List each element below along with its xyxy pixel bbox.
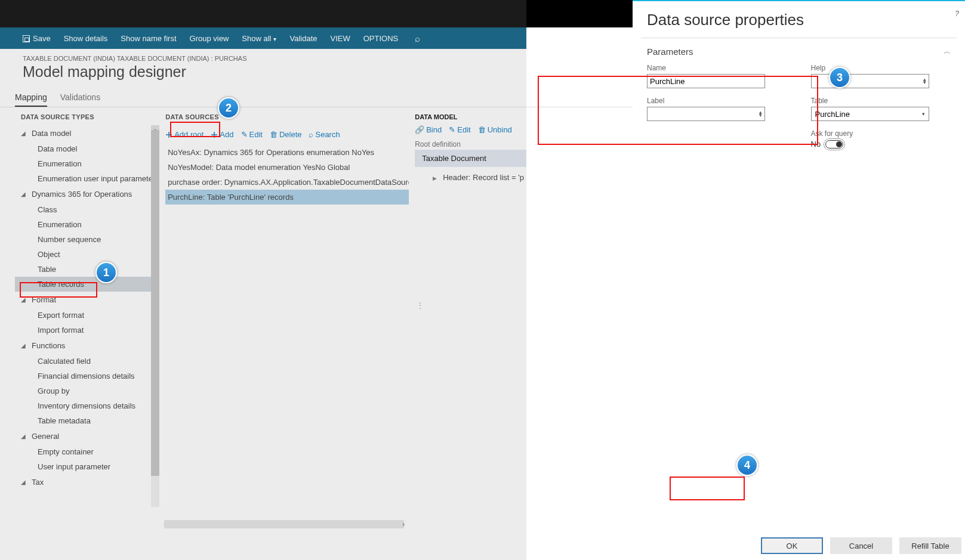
expand-icon[interactable]: ◢	[21, 296, 28, 303]
expand-icon[interactable]: ◢	[21, 342, 28, 349]
expand-icon[interactable]: ◢	[21, 191, 28, 197]
col-header-types: DATA SOURCE TYPES	[15, 113, 159, 125]
search-icon[interactable]: ⌕	[415, 33, 420, 44]
ds-row[interactable]: NoYesModel: Data model enumeration YesNo…	[165, 160, 409, 175]
table-select[interactable]: PurchLine ▾	[811, 107, 929, 121]
tree-group[interactable]: ◢Dynamics 365 for Operations	[15, 186, 159, 202]
plus-icon	[165, 131, 172, 138]
root-definition-label: Root definition	[415, 137, 526, 148]
tree-item[interactable]: Export format	[15, 308, 159, 323]
expand-icon[interactable]: ◢	[21, 130, 28, 137]
plus-icon	[211, 131, 218, 138]
table-label: Table	[811, 97, 951, 105]
tree-group[interactable]: ◢Functions	[15, 338, 159, 354]
pencil-icon: ✎	[241, 130, 248, 139]
expand-icon[interactable]: ▶	[433, 175, 437, 181]
trash-icon: 🗑	[478, 125, 486, 134]
tree-item[interactable]: Empty container	[15, 444, 159, 459]
edit-binding-button[interactable]: ✎ Edit	[449, 125, 470, 134]
spinner-icon[interactable]: ▴▾	[923, 78, 926, 84]
name-input[interactable]	[647, 74, 765, 88]
pencil-icon: ✎	[449, 125, 455, 134]
data-source-list[interactable]: NoYesAx: Dynamics 365 for Operations enu…	[165, 145, 409, 205]
tree-item[interactable]: Calculated field	[15, 354, 159, 369]
tree-item[interactable]: Number sequence	[15, 232, 159, 247]
cancel-button[interactable]: Cancel	[830, 537, 892, 554]
expand-icon[interactable]: ◢	[21, 479, 28, 485]
tree-item[interactable]: Enumeration	[15, 156, 159, 171]
name-label: Name	[647, 64, 787, 72]
tab-mapping[interactable]: Mapping	[15, 89, 47, 107]
tree-item[interactable]: User input parameter	[15, 459, 159, 474]
save-button[interactable]: Save	[23, 34, 51, 43]
ask-for-query-value: No	[811, 140, 821, 148]
ds-row[interactable]: purchase order: Dynamics.AX.Application.…	[165, 175, 409, 190]
tree-group[interactable]: ◢Tax	[15, 474, 159, 490]
edit-button[interactable]: ✎Edit	[241, 130, 263, 139]
expand-icon[interactable]: ◢	[21, 433, 28, 440]
validate-button[interactable]: Validate	[289, 34, 317, 43]
add-button[interactable]: Add	[211, 130, 233, 139]
label-input[interactable]: ▴▾	[647, 107, 765, 121]
tree-item[interactable]: Table metadata	[15, 413, 159, 428]
panel-footer: OK Cancel Refill Table	[633, 531, 965, 560]
ok-button[interactable]: OK	[761, 537, 823, 554]
save-icon	[23, 35, 30, 42]
source-actions: Add root Add ✎Edit 🗑Delete ⌕Search	[165, 125, 409, 145]
properties-panel: ? Data source properties Parameters ︿ Na…	[633, 0, 965, 560]
spinner-icon[interactable]: ▴▾	[759, 111, 762, 117]
callout-2: 2	[218, 97, 239, 119]
collapse-icon[interactable]: ︿	[944, 47, 951, 57]
tree-group[interactable]: ◢General	[15, 428, 159, 444]
chevron-down-icon: ▾	[273, 36, 276, 42]
view-menu[interactable]: VIEW	[330, 34, 350, 43]
col-header-model: DATA MODEL	[415, 113, 526, 123]
trash-icon: 🗑	[270, 130, 278, 139]
type-tree[interactable]: ◢Data modelData modelEnumerationEnumerat…	[15, 125, 159, 490]
show-all-button[interactable]: Show all▾	[242, 34, 276, 43]
show-name-first-button[interactable]: Show name first	[121, 34, 176, 43]
show-details-button[interactable]: Show details	[64, 34, 108, 43]
refill-table-button[interactable]: Refill Table	[899, 537, 961, 554]
tree-item[interactable]: Enumeration user input parameter	[15, 171, 159, 186]
tree-item[interactable]: Object	[15, 247, 159, 262]
panel-title: Data source properties	[633, 1, 965, 38]
tree-item[interactable]: Table records	[15, 277, 159, 292]
ask-for-query-toggle[interactable]	[825, 140, 843, 148]
tree-item[interactable]: Import format	[15, 323, 159, 338]
tree-item[interactable]: Data model	[15, 141, 159, 156]
callout-4: 4	[736, 454, 758, 476]
scroll-right-icon[interactable]: ›	[399, 518, 408, 529]
ask-for-query-label: Ask for query	[811, 129, 951, 138]
ds-row[interactable]: PurchLine: Table 'PurchLine' records	[165, 190, 409, 205]
model-header-row[interactable]: ▶Header: Record list = 'p	[415, 167, 526, 188]
unbind-button[interactable]: 🗑 Unbind	[478, 125, 512, 134]
help-icon[interactable]: ?	[955, 10, 959, 18]
tab-validations[interactable]: Validations	[60, 89, 100, 107]
group-view-button[interactable]: Group view	[190, 34, 229, 43]
splitter-handle[interactable]: ⋮	[416, 304, 424, 307]
search-button[interactable]: ⌕Search	[309, 130, 340, 139]
add-root-button[interactable]: Add root	[165, 130, 204, 139]
bind-button[interactable]: 🔗 Bind	[415, 125, 442, 134]
h-scrollbar[interactable]: ‹ ›	[164, 520, 404, 531]
options-menu[interactable]: OPTIONS	[363, 34, 399, 43]
root-definition-value[interactable]: Taxable Document	[415, 150, 526, 167]
tree-item[interactable]: Enumeration	[15, 217, 159, 232]
delete-button[interactable]: 🗑Delete	[270, 130, 302, 139]
link-icon: 🔗	[415, 125, 424, 134]
tree-item[interactable]: Group by	[15, 383, 159, 398]
tree-item[interactable]: Financial dimensions details	[15, 369, 159, 383]
scrollbar-thumb[interactable]	[151, 130, 159, 476]
label-label: Label	[647, 97, 787, 105]
tree-group[interactable]: ◢Data model	[15, 125, 159, 141]
callout-1: 1	[95, 262, 117, 283]
parameters-section-header: Parameters	[647, 47, 693, 57]
tree-item[interactable]: Class	[15, 202, 159, 217]
tree-item[interactable]: Table	[15, 262, 159, 277]
callout-3: 3	[829, 67, 850, 88]
tree-item[interactable]: Inventory dimensions details	[15, 398, 159, 413]
tree-group[interactable]: ◢Format	[15, 292, 159, 308]
col-header-sources: DATA SOURCES	[165, 113, 409, 125]
ds-row[interactable]: NoYesAx: Dynamics 365 for Operations enu…	[165, 145, 409, 160]
